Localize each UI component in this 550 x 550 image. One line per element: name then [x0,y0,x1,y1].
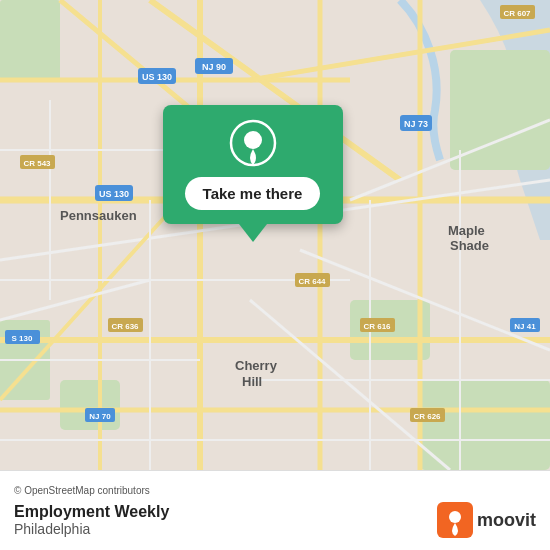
svg-text:US 130: US 130 [99,189,129,199]
svg-rect-4 [420,380,550,470]
svg-text:S 130: S 130 [12,334,33,343]
svg-point-67 [449,511,461,523]
osm-attribution: © OpenStreetMap contributors [14,485,536,496]
svg-text:Shade: Shade [450,238,489,253]
svg-text:NJ 41: NJ 41 [514,322,536,331]
footer: © OpenStreetMap contributors Employment … [0,470,550,550]
location-city: Philadelphia [14,521,169,537]
svg-rect-5 [0,0,60,80]
svg-text:Hill: Hill [242,374,262,389]
svg-text:CR 626: CR 626 [413,412,441,421]
location-info: Employment Weekly Philadelphia [14,503,169,537]
svg-rect-3 [60,380,120,430]
svg-text:NJ 73: NJ 73 [404,119,428,129]
location-name: Employment Weekly [14,503,169,521]
popup-box: Take me there [163,105,343,224]
svg-text:CR 543: CR 543 [23,159,51,168]
svg-text:NJ 90: NJ 90 [202,62,226,72]
svg-text:CR 636: CR 636 [111,322,139,331]
svg-text:US 130: US 130 [142,72,172,82]
svg-text:Cherry: Cherry [235,358,278,373]
popup-triangle [239,224,267,242]
moovit-brand-text: moovit [477,510,536,531]
svg-text:NJ 70: NJ 70 [89,412,111,421]
svg-text:Maple: Maple [448,223,485,238]
map-area[interactable]: NJ 90 US 130 US 130 NJ 73 CR 607 CR 543 … [0,0,550,470]
location-pin-icon [229,119,277,167]
moovit-logo: moovit [437,502,536,538]
svg-text:CR 644: CR 644 [298,277,326,286]
svg-rect-1 [450,50,550,170]
svg-text:CR 616: CR 616 [363,322,391,331]
svg-point-65 [244,131,262,149]
svg-text:CR 607: CR 607 [503,9,531,18]
moovit-icon [437,502,473,538]
location-popup: Take me there [155,105,350,242]
svg-text:Pennsauken: Pennsauken [60,208,137,223]
take-me-there-button[interactable]: Take me there [185,177,321,210]
